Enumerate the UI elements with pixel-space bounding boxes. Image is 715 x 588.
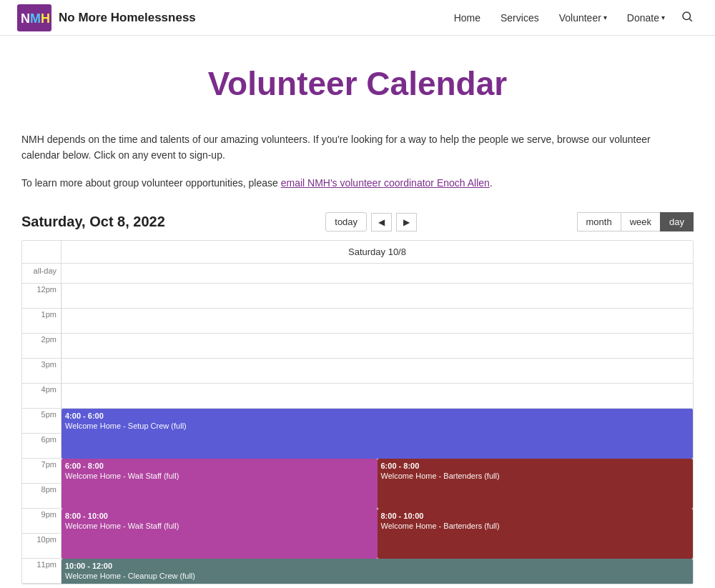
- time-row-2pm: 2pm: [22, 334, 693, 359]
- allday-label: all-day: [22, 264, 61, 283]
- week-view-button[interactable]: week: [621, 212, 661, 231]
- nav-volunteer[interactable]: Volunteer ▾: [551, 8, 616, 28]
- page-title: Volunteer Calendar: [21, 64, 694, 103]
- svg-text:H: H: [41, 11, 50, 26]
- time-row-12pm: 12pm: [22, 284, 693, 309]
- month-view-button[interactable]: month: [577, 212, 621, 231]
- day-cell: [61, 284, 693, 308]
- description-1: NMH depends on the time and talents of o…: [21, 131, 665, 164]
- view-buttons: month week day: [578, 212, 694, 231]
- prev-button[interactable]: ◀: [371, 213, 392, 231]
- nav-home[interactable]: Home: [445, 8, 489, 28]
- calendar-event-ev1[interactable]: 4:00 - 6:00Welcome Home - Setup Crew (fu…: [61, 409, 693, 459]
- svg-text:N: N: [21, 11, 30, 26]
- calendar-event-ev3[interactable]: 6:00 - 8:00Welcome Home - Bartenders (fu…: [378, 459, 694, 509]
- calendar-header: Saturday, Oct 8, 2022 today ◀ ▶ month we…: [21, 212, 694, 231]
- description-2: To learn more about group volunteer oppo…: [21, 175, 665, 191]
- page-content: Volunteer Calendar NMH depends on the ti…: [7, 36, 708, 588]
- time-label: 12pm: [22, 284, 61, 308]
- time-header: [22, 241, 61, 263]
- time-row-1pm: 1pm: [22, 309, 693, 334]
- nav-services[interactable]: Services: [492, 8, 548, 28]
- today-button[interactable]: today: [325, 212, 367, 231]
- chevron-down-icon: ▾: [661, 14, 665, 21]
- allday-cell: [61, 264, 693, 283]
- logo[interactable]: N M H: [17, 4, 51, 31]
- calendar-body: 12pm 1pm 2pm 3pm 4pm: [22, 284, 693, 584]
- svg-line-5: [689, 19, 691, 21]
- calendar-event-ev4[interactable]: 8:00 - 10:00Welcome Home - Wait Staff (f…: [61, 509, 378, 559]
- site-header: N M H No More Homelessness Home Services…: [0, 0, 715, 36]
- calendar-current-date: Saturday, Oct 8, 2022: [21, 214, 165, 230]
- search-icon[interactable]: [676, 6, 698, 29]
- logo-area: N M H No More Homelessness: [17, 4, 196, 31]
- svg-point-4: [683, 12, 691, 20]
- time-row-3pm: 3pm: [22, 359, 693, 384]
- calendar-grid: Saturday 10/8 all-day 12pm 1pm 2pm: [21, 240, 694, 584]
- allday-row: all-day: [22, 264, 693, 284]
- calendar-event-ev2[interactable]: 6:00 - 8:00Welcome Home - Wait Staff (fu…: [61, 459, 378, 509]
- calendar-event-ev6[interactable]: 10:00 - 12:00Welcome Home - Cleanup Crew…: [61, 559, 693, 584]
- svg-text:M: M: [30, 11, 41, 26]
- main-nav: Home Services Volunteer ▾ Donate ▾: [445, 6, 698, 29]
- coordinator-email-link[interactable]: email NMH's volunteer coordinator Enoch …: [281, 177, 490, 189]
- day-view-button[interactable]: day: [660, 212, 694, 231]
- chevron-down-icon: ▾: [603, 14, 607, 21]
- calendar-event-ev5[interactable]: 8:00 - 10:00Welcome Home - Bartenders (f…: [378, 509, 694, 559]
- nav-donate[interactable]: Donate ▾: [618, 8, 674, 28]
- time-row-4pm: 4pm: [22, 384, 693, 409]
- calendar-header-row: Saturday 10/8: [22, 241, 693, 264]
- day-column-header: Saturday 10/8: [61, 241, 693, 263]
- next-button[interactable]: ▶: [396, 213, 417, 231]
- calendar: Saturday, Oct 8, 2022 today ◀ ▶ month we…: [21, 212, 694, 584]
- site-name: No More Homelessness: [59, 11, 196, 25]
